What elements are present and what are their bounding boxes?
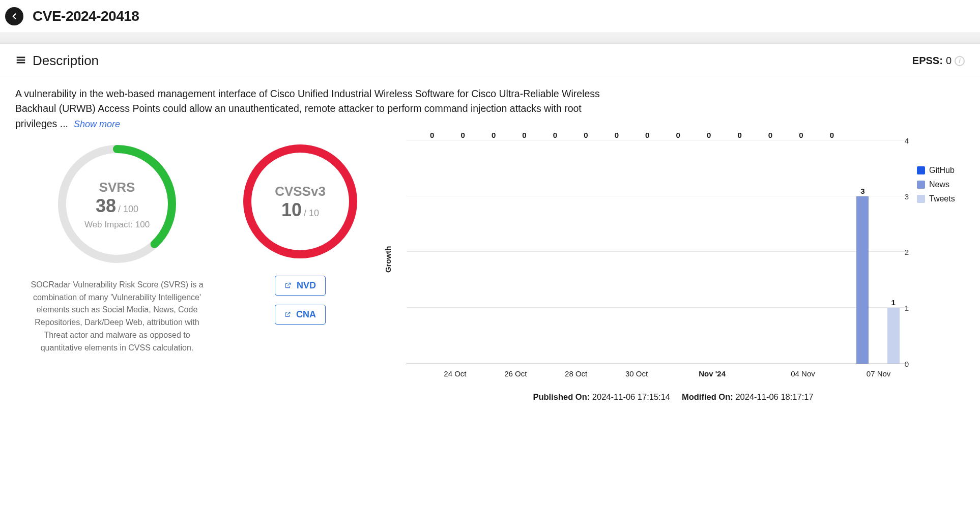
info-icon[interactable]: i xyxy=(955,56,965,66)
bar-value-label: 0 xyxy=(830,131,834,139)
modified-value: 2024-11-06 18:17:17 xyxy=(735,392,813,401)
back-button[interactable] xyxy=(5,7,23,25)
publish-meta: Published On: 2024-11-06 17:15:14 Modifi… xyxy=(382,392,965,402)
x-tick: 30 Oct xyxy=(607,369,667,378)
bar-value-label: 0 xyxy=(522,131,526,139)
bar-value-label: 0 xyxy=(584,131,588,139)
chart-legend: GitHubNewsTweets xyxy=(909,140,965,378)
chart-x-axis: 24 Oct26 Oct28 Oct30 OctNov '2404 Nov07 … xyxy=(415,369,909,378)
bar-value-label: 0 xyxy=(645,131,649,139)
bar-slot: 0 xyxy=(632,140,662,364)
growth-chart-panel: Growth 012340000000000000031 24 Oct26 Oc… xyxy=(382,140,965,402)
cve-id-title: CVE-2024-20418 xyxy=(33,8,139,24)
published-value: 2024-11-06 17:15:14 xyxy=(592,392,670,401)
bar-slot: 0 xyxy=(540,140,570,364)
bar-value-label: 0 xyxy=(460,131,465,139)
legend-label: News xyxy=(929,180,949,189)
legend-item[interactable]: GitHub xyxy=(917,166,965,175)
bar-slot: 0 xyxy=(663,140,694,364)
epss-label: EPSS: xyxy=(912,55,943,67)
x-tick: 04 Nov xyxy=(758,369,848,378)
legend-swatch xyxy=(917,181,925,189)
x-tick: 07 Nov xyxy=(848,369,909,378)
modified-label: Modified On: xyxy=(682,392,733,401)
bar-value-label: 0 xyxy=(707,131,711,139)
bar-value-label: 0 xyxy=(799,131,803,139)
bar-value-label: 0 xyxy=(492,131,496,139)
bar-value-label: 0 xyxy=(615,131,619,139)
cvss-panel: CVSSv3 10/ 10 NVD CNA xyxy=(229,140,371,402)
page-header: CVE-2024-20418 xyxy=(0,0,980,33)
legend-item[interactable]: Tweets xyxy=(917,194,965,203)
x-tick: 24 Oct xyxy=(425,369,485,378)
chart-y-axis-label: Growth xyxy=(382,140,392,378)
svrs-note: SOCRadar Vulnerability Risk Score (SVRS)… xyxy=(23,279,211,355)
legend-swatch xyxy=(917,166,925,174)
svrs-panel: SVRS 38/ 100 Web Impact: 100 SOCRadar Vu… xyxy=(15,140,219,402)
legend-swatch xyxy=(917,195,925,203)
published-label: Published On: xyxy=(533,392,590,401)
bar-slot: 0 xyxy=(724,140,755,364)
svrs-gauge: SVRS 38/ 100 Web Impact: 100 xyxy=(53,140,181,270)
section-title: Description xyxy=(33,53,99,69)
arrow-left-icon xyxy=(10,12,19,21)
bar-slot: 0 xyxy=(478,140,509,364)
list-icon xyxy=(15,54,26,68)
divider-band xyxy=(0,33,980,44)
bar-value-label: 3 xyxy=(860,187,864,195)
svrs-max: / 100 xyxy=(118,204,138,214)
cna-label: CNA xyxy=(296,309,316,320)
svrs-label: SVRS xyxy=(99,180,135,195)
description-text: A vulnerability in the web-based managem… xyxy=(0,76,636,135)
chart-bar xyxy=(887,308,900,364)
bar-slot: 0 xyxy=(694,140,724,364)
x-tick: Nov '24 xyxy=(667,369,758,378)
cvss-max: / 10 xyxy=(304,208,319,218)
bar-slot: 0 xyxy=(447,140,478,364)
legend-label: Tweets xyxy=(929,194,955,203)
bar-value-label: 1 xyxy=(891,298,896,307)
svrs-web-impact: Web Impact: 100 xyxy=(84,220,150,230)
bar-slot: 0 xyxy=(786,140,816,364)
chart-bar xyxy=(856,196,869,364)
bar-slot: 0 xyxy=(817,140,847,364)
bar-slot: 0 xyxy=(509,140,539,364)
nvd-label: NVD xyxy=(297,280,316,291)
bar-slot: 0 xyxy=(417,140,447,364)
bar-value-label: 0 xyxy=(676,131,680,139)
bar-value-label: 0 xyxy=(768,131,772,139)
bar-value-label: 0 xyxy=(553,131,557,139)
epss-score: EPSS: 0 i xyxy=(912,55,965,67)
chart-plot-area: 012340000000000000031 xyxy=(407,140,909,364)
section-header: Description EPSS: 0 i xyxy=(0,44,980,76)
bar-slot: 0 xyxy=(601,140,632,364)
legend-item[interactable]: News xyxy=(917,180,965,189)
cvss-label: CVSSv3 xyxy=(275,184,326,199)
bar-slot: 0 xyxy=(755,140,786,364)
bar-slot: 0 xyxy=(570,140,601,364)
cvss-score: 10 xyxy=(281,199,302,220)
external-link-icon xyxy=(284,310,291,319)
legend-label: GitHub xyxy=(929,166,955,175)
cna-link-button[interactable]: CNA xyxy=(275,305,326,325)
external-link-icon xyxy=(284,281,292,290)
show-more-link[interactable]: Show more xyxy=(74,119,120,129)
cvss-gauge: CVSSv3 10/ 10 xyxy=(239,140,361,265)
bar-slot: 1 xyxy=(878,140,909,364)
bar-value-label: 0 xyxy=(430,131,434,139)
bar-slot: 3 xyxy=(847,140,878,364)
x-tick: 28 Oct xyxy=(546,369,607,378)
metrics-row: SVRS 38/ 100 Web Impact: 100 SOCRadar Vu… xyxy=(0,135,980,412)
x-tick: 26 Oct xyxy=(485,369,546,378)
svrs-score: 38 xyxy=(96,195,116,216)
nvd-link-button[interactable]: NVD xyxy=(275,276,326,296)
bar-value-label: 0 xyxy=(737,131,741,139)
epss-value: 0 xyxy=(946,55,952,67)
